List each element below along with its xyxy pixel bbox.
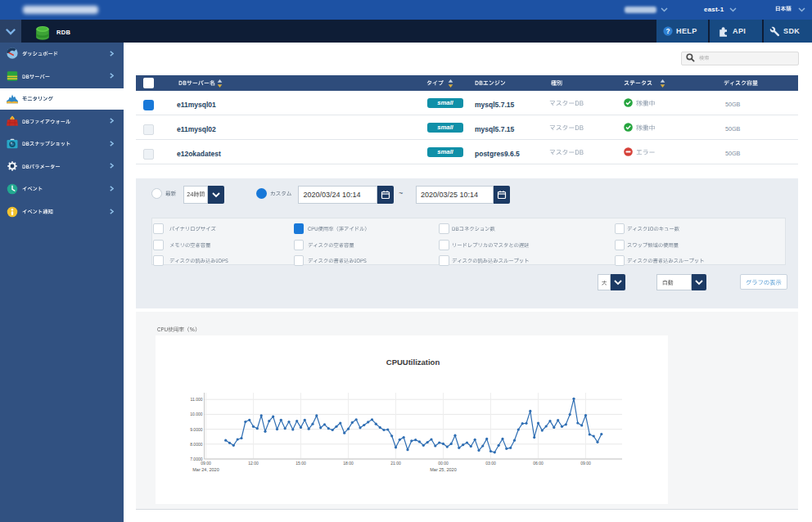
svg-text:10.000: 10.000 [190,412,203,416]
svg-text:?: ? [665,28,670,35]
svg-text:8.0000: 8.0000 [190,442,203,447]
svg-text:Mar 25, 2020: Mar 25, 2020 [430,467,456,472]
svg-text:06:00: 06:00 [533,461,544,466]
svg-text:9.0000: 9.0000 [190,427,203,432]
svg-text:11.000: 11.000 [191,397,203,402]
svg-text:CPUUtilization: CPUUtilization [386,358,440,367]
svg-text:09:00: 09:00 [580,461,591,466]
svg-text:12:00: 12:00 [248,461,259,466]
svg-text:Mar 24, 2020: Mar 24, 2020 [192,467,219,472]
svg-text:15:00: 15:00 [295,461,306,466]
svg-text:21:00: 21:00 [390,461,401,466]
svg-text:03:00: 03:00 [485,461,496,466]
svg-text:00:00: 00:00 [438,461,449,466]
svg-text:09:00: 09:00 [201,461,211,466]
svg-text:18:00: 18:00 [343,461,354,466]
